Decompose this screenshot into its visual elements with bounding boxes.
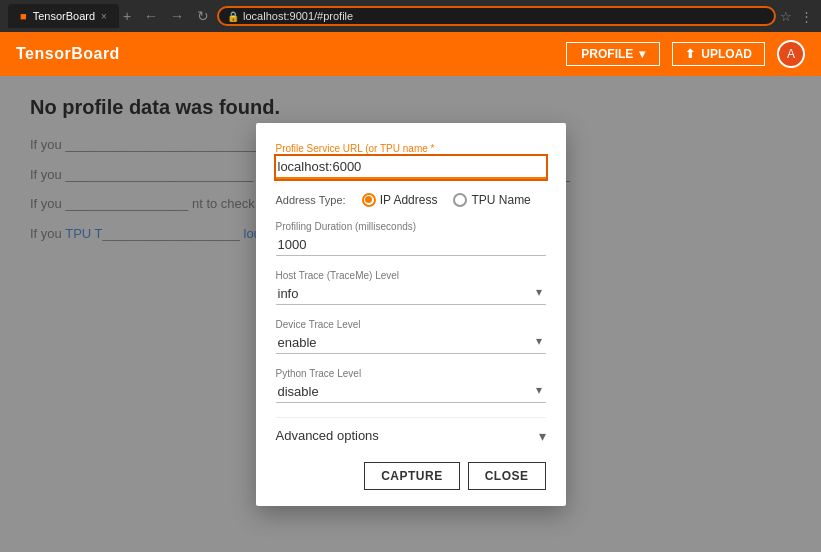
toolbar-right: PROFILE ▾ ⬆ UPLOAD A [566, 40, 805, 68]
python-trace-label: Python Trace Level [276, 368, 546, 379]
browser-tabs: ■ TensorBoard × + [8, 4, 131, 28]
host-trace-select[interactable]: info warn error none [276, 283, 546, 305]
active-tab[interactable]: ■ TensorBoard × [8, 4, 119, 28]
upload-button[interactable]: ⬆ UPLOAD [672, 42, 765, 66]
modal-overlay: Profile Service URL (or TPU name * Addre… [0, 76, 821, 552]
host-trace-field: Host Trace (TraceMe) Level info warn err… [276, 270, 546, 305]
service-url-field: Profile Service URL (or TPU name * [276, 143, 546, 179]
bookmark-icon[interactable]: ☆ [780, 9, 792, 24]
device-trace-select[interactable]: enable disable [276, 332, 546, 354]
device-trace-field: Device Trace Level enable disable ▾ [276, 319, 546, 354]
new-tab-button[interactable]: + [123, 8, 131, 24]
profile-label: PROFILE [581, 47, 633, 61]
tensorboard-logo: TensorBoard [16, 45, 120, 63]
browser-right-icons: ☆ ⋮ [780, 9, 813, 24]
advanced-options-row[interactable]: Advanced options ▾ [276, 417, 546, 454]
avatar-initial: A [787, 47, 795, 61]
upload-label: UPLOAD [701, 47, 752, 61]
dialog-footer: CAPTURE CLOSE [276, 462, 546, 490]
tab-favicon: ■ [20, 10, 27, 22]
tab-close-button[interactable]: × [101, 11, 107, 22]
profiling-duration-input[interactable] [276, 234, 546, 256]
profile-button[interactable]: PROFILE ▾ [566, 42, 660, 66]
host-trace-label: Host Trace (TraceMe) Level [276, 270, 546, 281]
advanced-options-chevron-icon: ▾ [539, 428, 546, 444]
refresh-button[interactable]: ↻ [193, 8, 213, 24]
browser-chrome: ■ TensorBoard × + ← → ↻ 🔒 localhost:9001… [0, 0, 821, 32]
capture-dialog: Profile Service URL (or TPU name * Addre… [256, 123, 566, 506]
advanced-options-label: Advanced options [276, 428, 379, 443]
main-content: No profile data was found. If you ______… [0, 76, 821, 552]
tab-title: TensorBoard [33, 10, 95, 22]
tpu-name-radio-circle[interactable] [453, 193, 467, 207]
profiling-duration-field: Profiling Duration (milliseconds) [276, 221, 546, 256]
more-icon[interactable]: ⋮ [800, 9, 813, 24]
profile-chevron-icon: ▾ [639, 47, 645, 61]
service-url-label: Profile Service URL (or TPU name * [276, 143, 546, 154]
ip-address-radio-circle[interactable] [362, 193, 376, 207]
browser-nav-controls: ← → ↻ [141, 8, 213, 24]
ip-address-radio[interactable]: IP Address [362, 193, 438, 207]
python-trace-select[interactable]: disable enable [276, 381, 546, 403]
lock-icon: 🔒 [227, 11, 239, 22]
service-url-input[interactable] [276, 156, 546, 179]
back-button[interactable]: ← [141, 8, 161, 24]
tpu-name-label: TPU Name [471, 193, 530, 207]
profiling-duration-label: Profiling Duration (milliseconds) [276, 221, 546, 232]
close-button[interactable]: CLOSE [468, 462, 546, 490]
avatar[interactable]: A [777, 40, 805, 68]
address-type-row: Address Type: IP Address TPU Name [276, 193, 546, 207]
device-trace-label: Device Trace Level [276, 319, 546, 330]
ip-address-label: IP Address [380, 193, 438, 207]
python-trace-field: Python Trace Level disable enable ▾ [276, 368, 546, 403]
address-type-label: Address Type: [276, 194, 346, 206]
address-bar[interactable]: 🔒 localhost:9001/#profile [219, 8, 774, 24]
tensorboard-toolbar: TensorBoard PROFILE ▾ ⬆ UPLOAD A [0, 32, 821, 76]
address-text: localhost:9001/#profile [243, 10, 766, 22]
upload-icon: ⬆ [685, 47, 695, 61]
tpu-name-radio[interactable]: TPU Name [453, 193, 530, 207]
capture-button[interactable]: CAPTURE [364, 462, 460, 490]
forward-button[interactable]: → [167, 8, 187, 24]
